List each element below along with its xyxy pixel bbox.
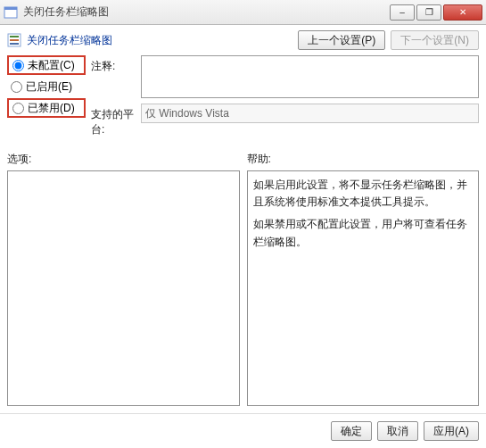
restore-button[interactable]: ❐: [416, 4, 441, 21]
comment-input[interactable]: [141, 55, 479, 98]
radio-enabled-input[interactable]: [11, 81, 22, 93]
radio-not-configured-label: 未配置(C): [28, 58, 75, 73]
next-setting-button[interactable]: 下一个设置(N): [391, 30, 479, 50]
svg-rect-4: [10, 39, 19, 41]
close-button[interactable]: ✕: [443, 4, 482, 21]
help-text-1: 如果启用此设置，将不显示任务栏缩略图，并且系统将使用标准文本提供工具提示。: [253, 177, 474, 211]
window-buttons: – ❐ ✕: [388, 4, 482, 21]
comment-row: 注释:: [91, 55, 479, 98]
help-text-2: 如果禁用或不配置此设置，用户将可查看任务栏缩略图。: [253, 216, 474, 250]
platform-value: 仅 Windows Vista: [141, 104, 479, 123]
section-labels: 选项: 帮助:: [7, 152, 479, 167]
svg-rect-3: [10, 36, 19, 37]
minimize-button[interactable]: –: [390, 4, 415, 21]
radio-enabled[interactable]: 已启用(E): [7, 77, 86, 96]
platform-label: 支持的平台:: [91, 104, 141, 137]
policy-icon: [7, 33, 21, 47]
content-area: 关闭任务栏缩略图 上一个设置(P) 下一个设置(N) 未配置(C) 已启用(E)…: [0, 25, 486, 413]
help-label: 帮助:: [247, 152, 480, 167]
config-area: 未配置(C) 已启用(E) 已禁用(D) 注释: 支持的平台: 仅 Window…: [7, 55, 479, 143]
cancel-button[interactable]: 取消: [377, 421, 418, 441]
radio-not-configured-input[interactable]: [12, 60, 24, 71]
titlebar: 关闭任务栏缩略图 – ❐ ✕: [0, 0, 486, 25]
policy-title: 关闭任务栏缩略图: [27, 33, 298, 48]
svg-rect-1: [4, 7, 17, 10]
radio-disabled-label: 已禁用(D): [28, 101, 75, 116]
footer: 确定 取消 应用(A): [0, 413, 486, 448]
header-row: 关闭任务栏缩略图 上一个设置(P) 下一个设置(N): [7, 30, 479, 50]
radio-column: 未配置(C) 已启用(E) 已禁用(D): [7, 55, 86, 143]
prev-setting-button[interactable]: 上一个设置(P): [298, 30, 385, 50]
window-icon: [4, 5, 18, 20]
apply-button[interactable]: 应用(A): [424, 421, 479, 441]
options-label: 选项:: [7, 152, 240, 167]
svg-rect-5: [10, 43, 19, 45]
radio-not-configured[interactable]: 未配置(C): [7, 55, 86, 75]
field-column: 注释: 支持的平台: 仅 Windows Vista: [91, 55, 479, 143]
radio-enabled-label: 已启用(E): [26, 79, 72, 95]
comment-label: 注释:: [91, 55, 141, 74]
window-title: 关闭任务栏缩略图: [23, 4, 388, 20]
panels: 如果启用此设置，将不显示任务栏缩略图，并且系统将使用标准文本提供工具提示。 如果…: [7, 170, 479, 406]
ok-button[interactable]: 确定: [331, 421, 372, 441]
radio-disabled-input[interactable]: [12, 103, 24, 114]
nav-buttons: 上一个设置(P) 下一个设置(N): [298, 30, 479, 50]
options-panel: [7, 170, 240, 406]
radio-disabled[interactable]: 已禁用(D): [7, 98, 86, 118]
help-panel: 如果启用此设置，将不显示任务栏缩略图，并且系统将使用标准文本提供工具提示。 如果…: [247, 170, 480, 406]
platform-row: 支持的平台: 仅 Windows Vista: [91, 104, 479, 137]
